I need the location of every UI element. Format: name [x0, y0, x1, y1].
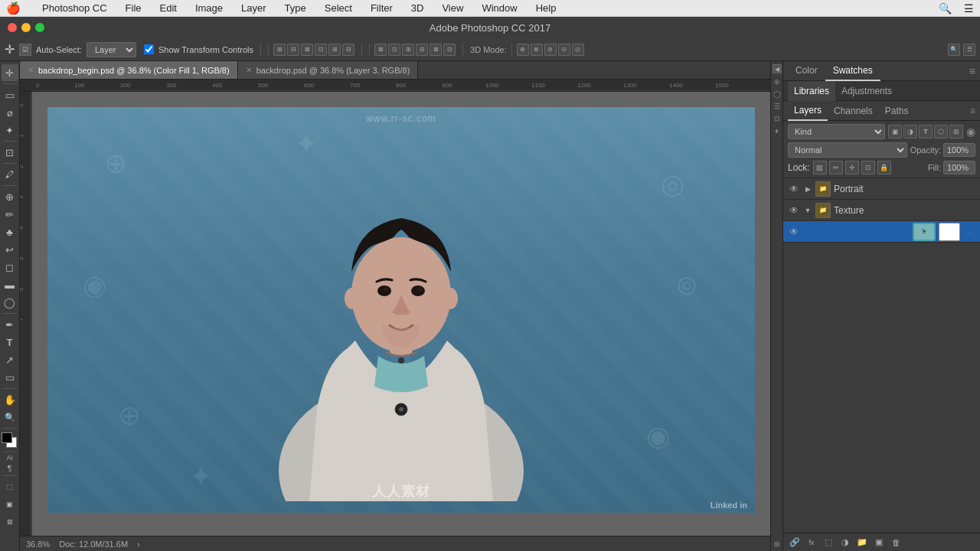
shape-tool[interactable]: ▭: [2, 369, 18, 386]
color-swatches[interactable]: [2, 432, 18, 449]
3d-scale[interactable]: ◎: [572, 44, 584, 56]
zoom-tool[interactable]: 🔍: [2, 409, 18, 425]
layer-color-fill[interactable]: 👁 🖱 …: [783, 221, 980, 243]
filter-toggle[interactable]: ◉: [966, 126, 975, 138]
menu-window[interactable]: Window: [479, 2, 520, 14]
strip-icon-4[interactable]: ⊡: [774, 115, 780, 122]
new-layer-icon[interactable]: ▣: [872, 536, 886, 549]
dist-bottom[interactable]: ⊡: [443, 44, 456, 56]
artboard-icon[interactable]: ▣: [2, 496, 18, 513]
adjustment-filter-icon[interactable]: ◑: [903, 125, 917, 139]
pixel-filter-icon[interactable]: ▣: [888, 125, 902, 139]
path-select-tool[interactable]: ↗: [2, 351, 18, 368]
lock-artboard-icon[interactable]: ⊡: [861, 161, 875, 174]
align-v-centers[interactable]: ⊞: [328, 44, 341, 56]
strip-icon-1[interactable]: ⊕: [774, 78, 780, 86]
magic-wand-tool[interactable]: ✦: [2, 122, 18, 139]
menu-photoshop[interactable]: Photoshop CC: [39, 2, 110, 14]
lock-position-icon[interactable]: ✛: [845, 161, 859, 174]
channels-tab[interactable]: Channels: [828, 101, 879, 121]
menu-3d[interactable]: 3D: [408, 2, 427, 14]
history-brush-tool[interactable]: ↩: [2, 241, 18, 258]
search-icon[interactable]: 🔍: [939, 2, 952, 15]
dodge-tool[interactable]: ◯: [2, 294, 18, 311]
dist-left[interactable]: ⊠: [374, 44, 387, 56]
strip-icon-2[interactable]: ◯: [773, 90, 781, 98]
crop-tool[interactable]: ⊡: [2, 144, 18, 161]
tab-1[interactable]: ✕ backdrop.psd @ 36.8% (Layer 3, RGB/8): [238, 61, 419, 79]
menu-edit[interactable]: Edit: [157, 2, 180, 14]
color-tab[interactable]: Color: [788, 61, 825, 81]
layer-visibility-portrait[interactable]: 👁: [788, 183, 800, 195]
layers-panel-menu[interactable]: ≡: [970, 106, 975, 116]
gradient-tool[interactable]: ▬: [2, 276, 18, 293]
panel-collapse-icon[interactable]: ◀: [773, 64, 782, 73]
rectangular-marquee-tool[interactable]: ▭: [2, 86, 18, 103]
healing-brush-tool[interactable]: ⊕: [2, 188, 18, 205]
blend-mode-select[interactable]: Normal Dissolve Darken Multiply Color Bu…: [788, 142, 907, 158]
layout-button[interactable]: ☰: [963, 44, 975, 56]
adjustments-tab[interactable]: Adjustments: [835, 81, 898, 101]
swatches-tab[interactable]: Swatches: [825, 61, 880, 81]
layer-arrow-portrait[interactable]: ▶: [803, 184, 812, 194]
window-controls[interactable]: [8, 23, 44, 32]
3d-roll[interactable]: ⊗: [531, 44, 543, 56]
dist-h[interactable]: ⊡: [388, 44, 400, 56]
quick-mask-icon[interactable]: ⬚: [2, 478, 18, 495]
maximize-button[interactable]: [35, 23, 44, 32]
libraries-tab[interactable]: Libraries: [788, 81, 835, 101]
3d-pan[interactable]: ⊘: [544, 44, 557, 56]
clone-stamp-tool[interactable]: ♣: [2, 223, 18, 240]
lock-all-icon[interactable]: 🔒: [877, 161, 891, 174]
menu-view[interactable]: View: [439, 2, 466, 14]
smart-filter-icon[interactable]: ⊞: [949, 125, 963, 139]
delete-layer-icon[interactable]: 🗑: [889, 536, 903, 549]
align-bottom-edges[interactable]: ⊟: [342, 44, 354, 56]
menu-image[interactable]: Image: [192, 2, 226, 14]
strip-icon-5[interactable]: ♦: [775, 127, 779, 135]
layer-style-icon[interactable]: fx: [805, 536, 818, 549]
layer-portrait[interactable]: 👁 ▶ 📁 Portrait: [783, 178, 980, 200]
lasso-tool[interactable]: ⌀: [2, 104, 18, 121]
align-top-edges[interactable]: ⊡: [315, 44, 327, 56]
eyedropper-tool[interactable]: 🖍: [2, 166, 18, 183]
frame-tool[interactable]: ⊠: [2, 514, 18, 530]
menu-icon[interactable]: ☰: [964, 2, 974, 15]
hand-tool[interactable]: ✋: [2, 391, 18, 408]
pen-tool[interactable]: ✒: [2, 316, 18, 333]
paths-tab[interactable]: Paths: [879, 101, 915, 121]
menu-type[interactable]: Type: [282, 2, 309, 14]
show-transform-checkbox[interactable]: [144, 44, 154, 54]
3d-slide[interactable]: ⊙: [558, 44, 570, 56]
tab-0-close[interactable]: ✕: [28, 66, 34, 74]
opacity-input[interactable]: [943, 143, 975, 157]
lock-pixels-icon[interactable]: ✏: [829, 161, 843, 174]
dist-v[interactable]: ⊠: [430, 44, 442, 56]
menu-filter[interactable]: Filter: [368, 2, 396, 14]
layer-texture[interactable]: 👁 ▼ 📁 Texture: [783, 200, 980, 221]
kind-select[interactable]: Kind Name Effect Mode Attribute Color Sm…: [788, 124, 885, 139]
menu-select[interactable]: Select: [322, 2, 355, 14]
strip-icon-cc[interactable]: ⊠: [774, 540, 780, 548]
foreground-color[interactable]: [2, 432, 12, 443]
layer-visibility-texture[interactable]: 👁: [788, 204, 800, 217]
strip-icon-3[interactable]: ☰: [774, 103, 780, 110]
brush-tool[interactable]: ✏: [2, 206, 18, 223]
auto-select-dropdown[interactable]: Layer Group: [87, 42, 136, 57]
fill-input[interactable]: [943, 161, 975, 174]
dist-right[interactable]: ⊞: [402, 44, 414, 56]
apple-menu[interactable]: 🍎: [6, 2, 21, 15]
menu-layer[interactable]: Layer: [238, 2, 270, 14]
layers-tab[interactable]: Layers: [788, 101, 828, 121]
status-arrow[interactable]: ›: [137, 540, 140, 549]
add-mask-icon[interactable]: ⬚: [822, 536, 835, 549]
type-tool[interactable]: T: [2, 334, 18, 350]
align-h-centers[interactable]: ⊟: [287, 44, 299, 56]
shape-filter-icon[interactable]: ⬡: [934, 125, 948, 139]
align-left-edges[interactable]: ⊞: [273, 44, 286, 56]
move-tool[interactable]: ✛: [2, 64, 18, 81]
tab-0[interactable]: ✕ backdrop_begin.psd @ 36.8% (Color Fill…: [20, 61, 238, 79]
3d-orbit[interactable]: ⊕: [517, 44, 529, 56]
menu-file[interactable]: File: [122, 2, 145, 14]
layer-arrow-texture[interactable]: ▼: [803, 206, 812, 215]
